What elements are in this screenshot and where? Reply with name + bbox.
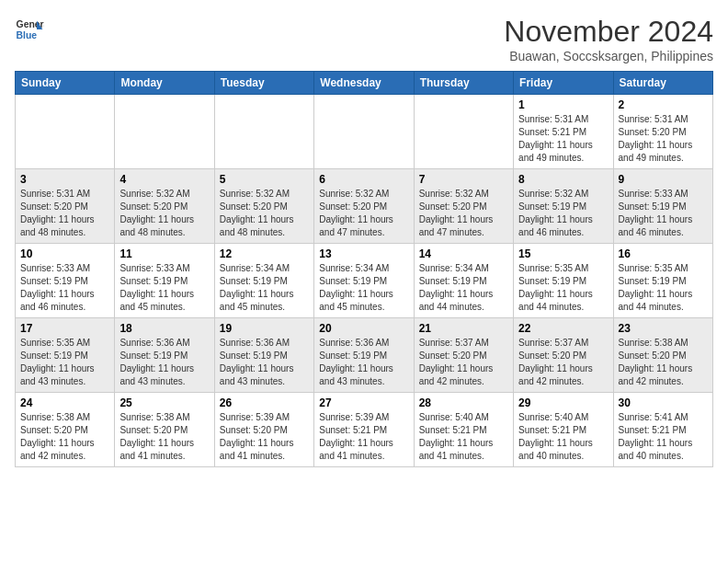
day-number: 26 (220, 396, 309, 409)
day-number: 21 (419, 322, 508, 335)
calendar-week-row: 10Sunrise: 5:33 AMSunset: 5:19 PMDayligh… (16, 244, 713, 318)
day-info: Sunrise: 5:32 AMSunset: 5:20 PMDaylight:… (119, 188, 209, 239)
day-number: 10 (20, 247, 109, 260)
calendar-cell: 23Sunrise: 5:38 AMSunset: 5:20 PMDayligh… (613, 318, 712, 393)
calendar-cell: 2Sunrise: 5:31 AMSunset: 5:20 PMDaylight… (613, 95, 712, 169)
calendar-cell (314, 95, 414, 169)
day-info: Sunrise: 5:32 AMSunset: 5:20 PMDaylight:… (319, 188, 408, 239)
weekday-header: Friday (514, 72, 613, 95)
weekday-header: Monday (115, 72, 214, 95)
day-number: 14 (419, 247, 508, 260)
calendar-cell: 24Sunrise: 5:38 AMSunset: 5:20 PMDayligh… (16, 393, 115, 467)
day-number: 18 (119, 322, 209, 335)
day-info: Sunrise: 5:36 AMSunset: 5:19 PMDaylight:… (319, 337, 408, 388)
day-info: Sunrise: 5:34 AMSunset: 5:19 PMDaylight:… (220, 262, 309, 314)
day-info: Sunrise: 5:38 AMSunset: 5:20 PMDaylight:… (119, 411, 209, 463)
day-info: Sunrise: 5:35 AMSunset: 5:19 PMDaylight:… (518, 262, 608, 314)
calendar-cell: 21Sunrise: 5:37 AMSunset: 5:20 PMDayligh… (414, 318, 513, 393)
day-info: Sunrise: 5:31 AMSunset: 5:20 PMDaylight:… (20, 188, 109, 239)
day-info: Sunrise: 5:33 AMSunset: 5:19 PMDaylight:… (119, 262, 209, 314)
calendar-cell: 9Sunrise: 5:33 AMSunset: 5:19 PMDaylight… (613, 169, 712, 244)
day-number: 24 (20, 396, 109, 409)
day-info: Sunrise: 5:32 AMSunset: 5:20 PMDaylight:… (220, 188, 309, 239)
month-title: November 2024 (504, 15, 713, 49)
day-number: 3 (20, 173, 109, 186)
day-info: Sunrise: 5:34 AMSunset: 5:19 PMDaylight:… (419, 262, 508, 314)
weekday-header: Saturday (613, 72, 712, 95)
calendar-cell: 5Sunrise: 5:32 AMSunset: 5:20 PMDaylight… (214, 169, 313, 244)
day-info: Sunrise: 5:39 AMSunset: 5:21 PMDaylight:… (319, 411, 408, 463)
svg-text:Blue: Blue (17, 30, 38, 40)
calendar-cell: 26Sunrise: 5:39 AMSunset: 5:20 PMDayligh… (214, 393, 313, 467)
day-info: Sunrise: 5:34 AMSunset: 5:19 PMDaylight:… (319, 262, 408, 314)
calendar-week-row: 3Sunrise: 5:31 AMSunset: 5:20 PMDaylight… (16, 169, 713, 244)
day-number: 12 (220, 247, 309, 260)
location-subtitle: Buawan, Soccsksargen, Philippines (504, 49, 713, 63)
day-info: Sunrise: 5:41 AMSunset: 5:21 PMDaylight:… (619, 411, 708, 463)
day-info: Sunrise: 5:36 AMSunset: 5:19 PMDaylight:… (220, 337, 309, 388)
day-number: 11 (119, 247, 209, 260)
calendar-cell: 22Sunrise: 5:37 AMSunset: 5:20 PMDayligh… (514, 318, 613, 393)
calendar-table: SundayMondayTuesdayWednesdayThursdayFrid… (15, 71, 713, 467)
day-number: 19 (220, 322, 309, 335)
calendar-cell (16, 95, 115, 169)
calendar-cell: 15Sunrise: 5:35 AMSunset: 5:19 PMDayligh… (514, 244, 613, 318)
day-number: 2 (619, 98, 708, 111)
calendar-cell: 8Sunrise: 5:32 AMSunset: 5:19 PMDaylight… (514, 169, 613, 244)
day-number: 13 (319, 247, 408, 260)
calendar-cell: 6Sunrise: 5:32 AMSunset: 5:20 PMDaylight… (314, 169, 414, 244)
logo: General Blue (15, 15, 44, 44)
calendar-cell: 28Sunrise: 5:40 AMSunset: 5:21 PMDayligh… (414, 393, 513, 467)
weekday-header: Thursday (414, 72, 513, 95)
calendar-week-row: 1Sunrise: 5:31 AMSunset: 5:21 PMDaylight… (16, 95, 713, 169)
day-info: Sunrise: 5:37 AMSunset: 5:20 PMDaylight:… (518, 337, 608, 388)
calendar-cell: 17Sunrise: 5:35 AMSunset: 5:19 PMDayligh… (16, 318, 115, 393)
day-number: 23 (619, 322, 708, 335)
calendar-cell: 7Sunrise: 5:32 AMSunset: 5:20 PMDaylight… (414, 169, 513, 244)
weekday-header: Tuesday (214, 72, 313, 95)
calendar-cell: 10Sunrise: 5:33 AMSunset: 5:19 PMDayligh… (16, 244, 115, 318)
day-info: Sunrise: 5:35 AMSunset: 5:19 PMDaylight:… (619, 262, 708, 314)
calendar-cell: 13Sunrise: 5:34 AMSunset: 5:19 PMDayligh… (314, 244, 414, 318)
day-info: Sunrise: 5:37 AMSunset: 5:20 PMDaylight:… (419, 337, 508, 388)
day-number: 17 (20, 322, 109, 335)
weekday-header: Sunday (16, 72, 115, 95)
day-number: 1 (518, 98, 608, 111)
calendar-cell: 18Sunrise: 5:36 AMSunset: 5:19 PMDayligh… (115, 318, 214, 393)
weekday-header-row: SundayMondayTuesdayWednesdayThursdayFrid… (16, 72, 713, 95)
day-info: Sunrise: 5:36 AMSunset: 5:19 PMDaylight:… (119, 337, 209, 388)
day-number: 20 (319, 322, 408, 335)
day-number: 25 (119, 396, 209, 409)
calendar-cell (214, 95, 313, 169)
day-info: Sunrise: 5:35 AMSunset: 5:19 PMDaylight:… (20, 337, 109, 388)
day-info: Sunrise: 5:31 AMSunset: 5:20 PMDaylight:… (619, 113, 708, 165)
calendar-cell (115, 95, 214, 169)
day-number: 5 (220, 173, 309, 186)
day-number: 27 (319, 396, 408, 409)
calendar-cell: 16Sunrise: 5:35 AMSunset: 5:19 PMDayligh… (613, 244, 712, 318)
logo-icon: General Blue (15, 15, 44, 44)
day-number: 4 (119, 173, 209, 186)
day-info: Sunrise: 5:33 AMSunset: 5:19 PMDaylight:… (20, 262, 109, 314)
calendar-cell: 19Sunrise: 5:36 AMSunset: 5:19 PMDayligh… (214, 318, 313, 393)
calendar-cell: 20Sunrise: 5:36 AMSunset: 5:19 PMDayligh… (314, 318, 414, 393)
day-number: 6 (319, 173, 408, 186)
day-info: Sunrise: 5:38 AMSunset: 5:20 PMDaylight:… (20, 411, 109, 463)
day-number: 22 (518, 322, 608, 335)
day-info: Sunrise: 5:33 AMSunset: 5:19 PMDaylight:… (619, 188, 708, 239)
calendar-cell: 27Sunrise: 5:39 AMSunset: 5:21 PMDayligh… (314, 393, 414, 467)
day-number: 28 (419, 396, 508, 409)
calendar-cell (414, 95, 513, 169)
day-number: 8 (518, 173, 608, 186)
calendar-cell: 1Sunrise: 5:31 AMSunset: 5:21 PMDaylight… (514, 95, 613, 169)
day-info: Sunrise: 5:32 AMSunset: 5:19 PMDaylight:… (518, 188, 608, 239)
day-number: 29 (518, 396, 608, 409)
calendar-week-row: 17Sunrise: 5:35 AMSunset: 5:19 PMDayligh… (16, 318, 713, 393)
calendar-cell: 12Sunrise: 5:34 AMSunset: 5:19 PMDayligh… (214, 244, 313, 318)
title-block: November 2024 Buawan, Soccsksargen, Phil… (504, 15, 713, 63)
day-info: Sunrise: 5:32 AMSunset: 5:20 PMDaylight:… (419, 188, 508, 239)
day-number: 15 (518, 247, 608, 260)
page-header: General Blue November 2024 Buawan, Soccs… (15, 15, 713, 63)
day-number: 16 (619, 247, 708, 260)
calendar-cell: 11Sunrise: 5:33 AMSunset: 5:19 PMDayligh… (115, 244, 214, 318)
